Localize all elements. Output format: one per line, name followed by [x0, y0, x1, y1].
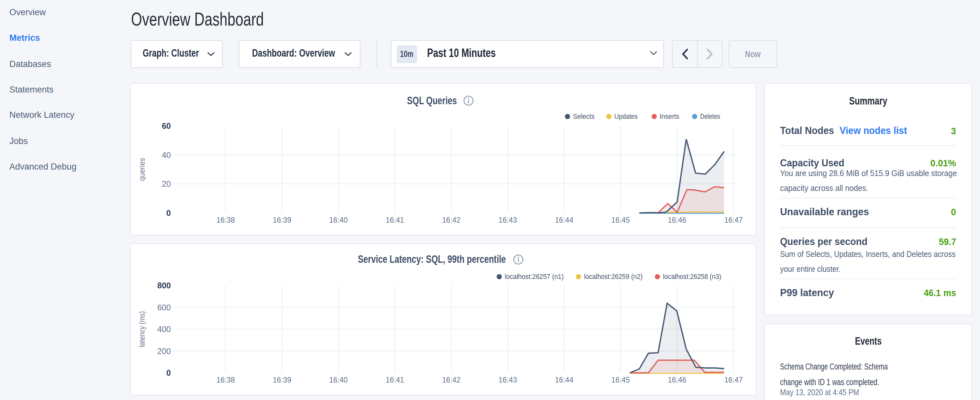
- svg-text:16:43: 16:43: [499, 375, 517, 384]
- svg-text:16:38: 16:38: [216, 215, 235, 224]
- svg-text:200: 200: [157, 347, 171, 356]
- svg-text:16:44: 16:44: [555, 215, 573, 224]
- svg-text:16:47: 16:47: [724, 375, 743, 384]
- svg-text:16:39: 16:39: [273, 215, 291, 224]
- svg-text:0: 0: [166, 209, 171, 217]
- svg-text:0: 0: [166, 368, 171, 377]
- svg-text:16:44: 16:44: [555, 375, 573, 384]
- svg-text:16:46: 16:46: [668, 215, 686, 224]
- svg-text:16:46: 16:46: [668, 375, 686, 384]
- svg-text:queries: queries: [138, 158, 146, 181]
- svg-text:latency (ms): latency (ms): [138, 311, 146, 347]
- svg-text:16:45: 16:45: [611, 215, 630, 224]
- svg-text:60: 60: [162, 121, 171, 131]
- svg-text:16:38: 16:38: [216, 375, 235, 384]
- svg-text:16:42: 16:42: [442, 215, 460, 224]
- svg-text:16:39: 16:39: [273, 375, 291, 384]
- svg-text:16:42: 16:42: [442, 375, 460, 384]
- svg-text:16:41: 16:41: [386, 215, 404, 224]
- svg-text:800: 800: [157, 281, 171, 290]
- svg-text:20: 20: [162, 179, 171, 188]
- svg-text:40: 40: [162, 150, 171, 159]
- svg-text:16:41: 16:41: [386, 375, 404, 384]
- svg-text:16:40: 16:40: [329, 375, 348, 384]
- svg-text:400: 400: [157, 325, 171, 334]
- svg-text:16:47: 16:47: [724, 215, 743, 224]
- svg-text:16:45: 16:45: [611, 375, 630, 384]
- svg-text:600: 600: [157, 303, 171, 312]
- svg-text:16:40: 16:40: [329, 215, 348, 224]
- svg-text:16:43: 16:43: [499, 215, 517, 224]
